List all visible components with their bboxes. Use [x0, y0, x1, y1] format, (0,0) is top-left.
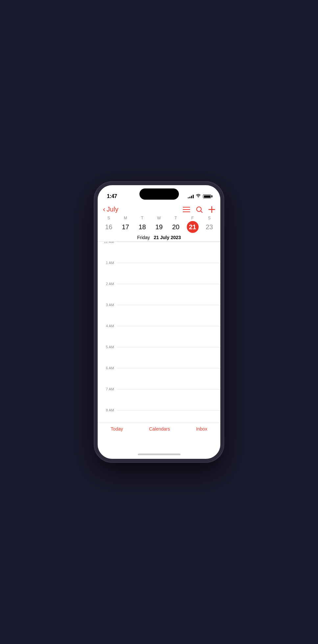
wifi-icon [196, 194, 201, 199]
time-divider [117, 389, 220, 389]
day-number[interactable]: 21 [187, 221, 199, 233]
time-divider [117, 284, 220, 284]
time-divider [117, 410, 220, 410]
day-column-23[interactable]: S23 [201, 216, 218, 233]
day-letter: T [141, 216, 143, 220]
time-label: 4 AM [98, 324, 117, 328]
day-number[interactable]: 19 [153, 221, 165, 233]
tab-calendars[interactable]: Calendars [142, 426, 177, 432]
signal-bars-icon [188, 194, 194, 198]
day-column-18[interactable]: T18 [134, 216, 151, 233]
header-actions [183, 206, 215, 213]
time-divider [117, 347, 220, 347]
time-slot-3-am: 3 AM [98, 305, 220, 326]
app-content: ‹ July [98, 203, 220, 423]
add-icon[interactable] [208, 206, 215, 213]
day-number[interactable]: 16 [103, 221, 115, 233]
day-column-20[interactable]: T20 [167, 216, 184, 233]
time-divider [117, 326, 220, 326]
status-bar: 1:47 [98, 185, 220, 203]
day-letter: T [175, 216, 177, 220]
header: ‹ July [98, 203, 220, 214]
time-label: 5 AM [98, 345, 117, 349]
time-slot-6-am: 6 AM [98, 368, 220, 389]
time-divider [117, 263, 220, 263]
svg-line-4 [201, 211, 202, 212]
time-divider [117, 242, 220, 242]
day-number[interactable]: 20 [170, 221, 182, 233]
search-icon[interactable] [196, 206, 203, 213]
home-indicator [98, 450, 220, 459]
time-label: 12 AM [98, 242, 117, 244]
day-number[interactable]: 17 [120, 221, 132, 233]
day-column-16[interactable]: S16 [100, 216, 117, 233]
back-button[interactable]: ‹ July [103, 206, 118, 213]
battery-icon [203, 194, 211, 198]
time-label: 1 AM [98, 261, 117, 265]
day-column-17[interactable]: M17 [117, 216, 134, 233]
back-label: July [107, 206, 118, 213]
list-icon[interactable] [183, 207, 190, 212]
dynamic-island [139, 188, 179, 200]
time-slot-5-am: 5 AM [98, 347, 220, 368]
time-grid[interactable]: 12 AM1 AM2 AM3 AM4 AM5 AM6 AM7 AM8 AM9 A… [98, 242, 220, 423]
time-slot-7-am: 7 AM [98, 389, 220, 410]
day-column-21[interactable]: F21 [184, 216, 201, 233]
status-icons [188, 194, 211, 199]
time-label: 7 AM [98, 387, 117, 391]
day-column-19[interactable]: W19 [151, 216, 167, 233]
day-letter: S [208, 216, 210, 220]
time-label: 2 AM [98, 282, 117, 286]
time-slot-8-am: 8 AM [98, 410, 220, 423]
time-slot-1-am: 1 AM [98, 263, 220, 284]
back-chevron-icon: ‹ [103, 206, 105, 213]
status-time: 1:47 [107, 193, 117, 199]
full-date: 21 July 2023 [154, 235, 181, 240]
tab-today[interactable]: Today [104, 426, 130, 432]
time-label: 8 AM [98, 408, 117, 412]
time-label: 6 AM [98, 366, 117, 370]
tab-inbox[interactable]: Inbox [189, 426, 214, 432]
day-letter: M [124, 216, 127, 220]
day-number[interactable]: 18 [136, 221, 148, 233]
date-label: Friday 21 July 2023 [98, 233, 220, 242]
day-letter: W [157, 216, 161, 220]
day-name: Friday [137, 235, 150, 240]
time-label: 3 AM [98, 303, 117, 307]
time-slot-12-am: 12 AM [98, 242, 220, 263]
day-letter: F [191, 216, 194, 220]
time-slot-4-am: 4 AM [98, 326, 220, 347]
time-divider [117, 305, 220, 305]
week-header: S16M17T18W19T20F21S23 [98, 214, 220, 233]
day-letter: S [107, 216, 110, 220]
day-number[interactable]: 23 [204, 221, 215, 233]
time-slot-2-am: 2 AM [98, 284, 220, 305]
tab-bar: Today Calendars Inbox [98, 423, 220, 450]
time-divider [117, 368, 220, 368]
home-bar [138, 454, 181, 455]
